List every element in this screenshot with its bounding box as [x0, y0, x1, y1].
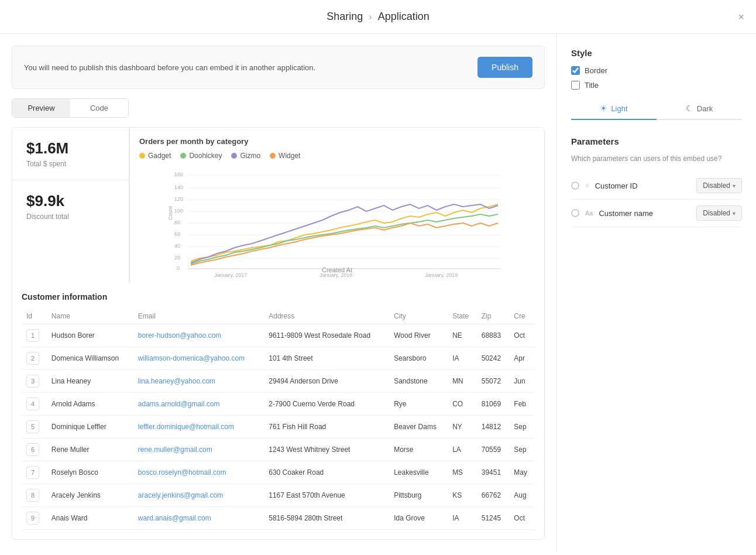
- cell-created: Jun: [509, 370, 535, 393]
- legend-label-widget: Widget: [279, 152, 300, 160]
- cell-created: Apr: [509, 347, 535, 370]
- cell-email: williamson-domenica@yahoo.com: [133, 347, 264, 370]
- cell-state: IA: [448, 347, 477, 370]
- metric-value-2: $9.9k: [26, 192, 115, 210]
- right-panel: Style Border Title ☀ Light ☾ Dark Parame…: [557, 34, 756, 551]
- params-title: Parameters: [571, 136, 742, 146]
- publish-button[interactable]: Publish: [477, 57, 532, 78]
- cell-name: Lina Heaney: [47, 370, 133, 393]
- cell-state: KS: [448, 484, 477, 507]
- customer-table: Id Name Email Address City State Zip Cre…: [22, 309, 535, 530]
- legend-dot-doohickey: [180, 153, 186, 159]
- cell-created: Oct: [509, 324, 535, 347]
- cell-email: lina.heaney@yahoo.com: [133, 370, 264, 393]
- param-left: ○ Customer ID: [571, 181, 638, 190]
- legend-label-gadget: Gadget: [148, 152, 171, 160]
- cell-city: Morse: [389, 438, 448, 461]
- cell-created: Aug: [509, 484, 535, 507]
- cell-state: NE: [448, 324, 477, 347]
- tab-code[interactable]: Code: [70, 99, 128, 117]
- cell-email: bosco.roselyn@hotmail.com: [133, 461, 264, 484]
- param-status: Disabled: [703, 181, 730, 190]
- table-header-row: Id Name Email Address City State Zip Cre: [22, 309, 535, 324]
- breadcrumb: Sharing › Application: [327, 11, 429, 23]
- cell-created: Oct: [509, 507, 535, 530]
- cell-name: Aracely Jenkins: [47, 484, 133, 507]
- cell-address: 101 4th Street: [264, 347, 389, 370]
- style-section-title: Style: [571, 48, 742, 58]
- cell-id: 4: [22, 393, 47, 416]
- param-radio[interactable]: [571, 181, 579, 190]
- border-checkbox[interactable]: [571, 66, 580, 75]
- svg-text:0: 0: [177, 265, 180, 271]
- cell-state: LA: [448, 438, 477, 461]
- cell-zip: 51245: [477, 507, 510, 530]
- col-city: City: [389, 309, 448, 324]
- table-row: 2 Domenica Williamson williamson-domenic…: [22, 347, 535, 370]
- breadcrumb-sharing: Sharing: [327, 11, 363, 23]
- title-label[interactable]: Title: [585, 81, 599, 90]
- col-state: State: [448, 309, 477, 324]
- table-section: Customer information Id Name Email Addre…: [12, 283, 544, 539]
- cell-city: Wood River: [389, 324, 448, 347]
- cell-address: 1167 East 570th Avenue: [264, 484, 389, 507]
- cell-zip: 55072: [477, 370, 510, 393]
- cell-created: Sep: [509, 438, 535, 461]
- param-radio[interactable]: [571, 209, 579, 217]
- publish-message: You will need to publish this dashboard …: [24, 63, 315, 72]
- param-type-icon: Aa: [585, 210, 593, 217]
- cell-state: CO: [448, 393, 477, 416]
- cell-id: 8: [22, 484, 47, 507]
- legend-widget: Widget: [270, 152, 300, 160]
- svg-text:January, 2019: January, 2019: [425, 272, 458, 278]
- cell-city: Beaver Dams: [389, 416, 448, 438]
- legend-label-gizmo: Gizmo: [240, 152, 260, 160]
- svg-text:20: 20: [174, 255, 180, 261]
- title-option: Title: [571, 81, 742, 90]
- param-dropdown[interactable]: Disabled ▾: [696, 178, 742, 193]
- title-checkbox[interactable]: [571, 81, 580, 90]
- metric-value-1: $1.6M: [26, 139, 115, 157]
- cell-email: leffler.dominique@hotmail.com: [133, 416, 264, 438]
- moon-icon: ☾: [686, 104, 693, 113]
- svg-text:80: 80: [174, 220, 180, 225]
- param-row: ○ Customer ID Disabled ▾: [571, 172, 742, 200]
- param-dropdown[interactable]: Disabled ▾: [696, 205, 742, 221]
- tab-preview[interactable]: Preview: [12, 99, 70, 117]
- cell-zip: 14812: [477, 416, 510, 438]
- light-theme-button[interactable]: ☀ Light: [571, 98, 657, 120]
- cell-city: Ida Grove: [389, 507, 448, 530]
- cell-city: Searsboro: [389, 347, 448, 370]
- cell-name: Dominique Leffler: [47, 416, 133, 438]
- metric-discount: $9.9k Discount total: [12, 180, 129, 232]
- legend-dot-widget: [270, 153, 276, 159]
- col-created: Cre: [509, 309, 535, 324]
- param-type-icon: ○: [585, 182, 589, 189]
- metrics-row: $1.6M Total $ spent $9.9k Discount total…: [12, 128, 544, 283]
- col-email: Email: [133, 309, 264, 324]
- cell-state: MS: [448, 461, 477, 484]
- cell-created: May: [509, 461, 535, 484]
- cell-id: 2: [22, 347, 47, 370]
- dark-theme-button[interactable]: ☾ Dark: [657, 98, 742, 120]
- param-name: Customer ID: [595, 181, 638, 190]
- close-button[interactable]: ×: [738, 11, 744, 23]
- chart-container: 160 140 120 100 80 60 40 20 0 Count: [139, 165, 535, 270]
- svg-text:January, 2018: January, 2018: [319, 272, 352, 278]
- table-row: 7 Roselyn Bosco bosco.roselyn@hotmail.co…: [22, 461, 535, 484]
- svg-text:160: 160: [174, 172, 183, 177]
- border-label[interactable]: Border: [585, 66, 607, 75]
- legend-gadget: Gadget: [139, 152, 171, 160]
- publish-banner: You will need to publish this dashboard …: [12, 46, 545, 89]
- sun-icon: ☀: [600, 104, 607, 113]
- cell-id: 5: [22, 416, 47, 438]
- chevron-down-icon: ▾: [733, 210, 736, 217]
- cell-address: 5816-5894 280th Street: [264, 507, 389, 530]
- chart-section: Orders per month by category Gadget Dooh…: [129, 128, 544, 283]
- chart-legend: Gadget Doohickey Gizmo Widget: [139, 152, 535, 160]
- modal-header: Sharing › Application ×: [0, 0, 756, 34]
- line-chart-svg: 160 140 120 100 80 60 40 20 0 Count: [139, 165, 535, 282]
- cell-zip: 68883: [477, 324, 510, 347]
- legend-gizmo: Gizmo: [231, 152, 260, 160]
- metrics-column: $1.6M Total $ spent $9.9k Discount total: [12, 128, 129, 283]
